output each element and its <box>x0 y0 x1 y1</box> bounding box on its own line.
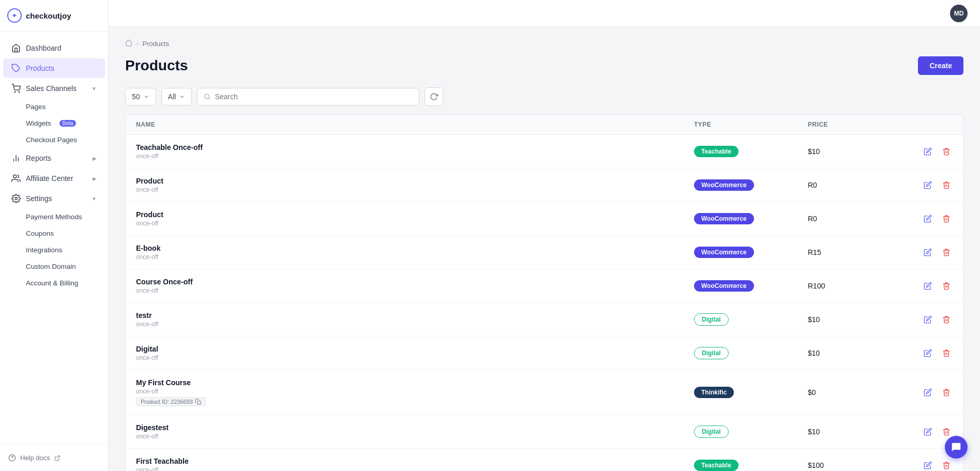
home-icon[interactable] <box>125 39 132 48</box>
edit-button[interactable] <box>922 459 934 471</box>
sidebar-item-custom-domain[interactable]: Custom Domain <box>3 259 105 275</box>
row-actions <box>901 459 953 471</box>
edit-button[interactable] <box>922 347 934 359</box>
product-name-cell: My First Course once-off Product ID: 223… <box>136 378 694 406</box>
table-body: Teachable Once-off once-off Teachable $1… <box>126 135 963 471</box>
table-row: Product once-off WooCommerce R0 <box>126 202 963 236</box>
sidebar-item-widgets[interactable]: Widgets Beta <box>3 115 105 131</box>
delete-button[interactable] <box>940 459 953 471</box>
bar-chart-icon <box>11 154 21 163</box>
refresh-button[interactable] <box>425 87 443 106</box>
chat-bubble[interactable] <box>945 436 968 459</box>
row-actions <box>901 212 953 225</box>
product-name: E-book <box>136 244 694 252</box>
sidebar-item-payment-methods[interactable]: Payment Methods <box>3 209 105 225</box>
sidebar-item-affiliate-center[interactable]: Affiliate Center ▶ <box>3 169 105 188</box>
delete-button[interactable] <box>940 145 953 158</box>
delete-button[interactable] <box>940 347 953 359</box>
type-badge: WooCommerce <box>694 213 754 224</box>
col-price: PRICE <box>808 121 901 128</box>
reports-arrow: ▶ <box>93 156 97 161</box>
product-type-cell: Digital <box>694 426 808 438</box>
edit-button[interactable] <box>922 280 934 292</box>
sidebar-item-sales-channels[interactable]: Sales Channels ▼ <box>3 79 105 98</box>
users-icon <box>11 174 21 183</box>
logo[interactable]: ✦ checkoutjoy <box>0 0 108 32</box>
product-type-cell: Digital <box>694 313 808 326</box>
delete-button[interactable] <box>940 313 953 326</box>
sales-channels-arrow: ▼ <box>92 86 97 92</box>
sidebar-item-pages[interactable]: Pages <box>3 99 105 115</box>
product-type-cell: WooCommerce <box>694 247 808 258</box>
sidebar-item-coupons[interactable]: Coupons <box>3 225 105 241</box>
delete-button[interactable] <box>940 426 953 438</box>
edit-button[interactable] <box>922 179 934 191</box>
row-actions <box>901 386 953 399</box>
search-box[interactable] <box>197 88 419 105</box>
product-name-cell: Teachable Once-off once-off <box>136 143 694 160</box>
svg-rect-13 <box>197 401 201 405</box>
per-page-select[interactable]: 50 <box>125 88 156 105</box>
product-name-cell: Digestest once-off <box>136 423 694 440</box>
delete-button[interactable] <box>940 212 953 225</box>
sidebar-item-account-billing[interactable]: Account & Billing <box>3 275 105 291</box>
product-sub: once-off <box>136 287 694 294</box>
product-type-cell: WooCommerce <box>694 280 808 292</box>
product-type-cell: Teachable <box>694 146 808 157</box>
product-price: R0 <box>808 181 901 189</box>
product-price: $100 <box>808 461 901 469</box>
product-type-cell: WooCommerce <box>694 213 808 224</box>
search-input[interactable] <box>215 93 413 101</box>
sidebar-item-integrations[interactable]: Integrations <box>3 242 105 258</box>
row-actions <box>901 145 953 158</box>
sidebar-item-settings[interactable]: Settings ▼ <box>3 189 105 208</box>
delete-button[interactable] <box>940 386 953 399</box>
product-name-cell: E-book once-off <box>136 244 694 261</box>
user-avatar[interactable]: MD <box>950 5 968 22</box>
sidebar-footer: Help docs <box>0 444 108 471</box>
table-row: First Teachable once-off Teachable $100 <box>126 449 963 471</box>
product-name: My First Course <box>136 378 694 387</box>
edit-button[interactable] <box>922 212 934 225</box>
type-filter-select[interactable]: All <box>161 88 192 105</box>
type-badge: Digital <box>694 347 729 359</box>
shopping-cart-icon <box>11 84 21 93</box>
delete-button[interactable] <box>940 280 953 292</box>
breadcrumb: > Products <box>125 39 963 48</box>
edit-button[interactable] <box>922 313 934 326</box>
delete-button[interactable] <box>940 179 953 191</box>
svg-point-1 <box>14 92 16 93</box>
type-badge: Teachable <box>694 146 738 157</box>
svg-point-11 <box>205 94 209 99</box>
edit-button[interactable] <box>922 386 934 399</box>
product-price: R0 <box>808 215 901 223</box>
sidebar-item-dashboard[interactable]: Dashboard <box>3 38 105 58</box>
product-type-cell: Thinkific <box>694 387 808 398</box>
sidebar-item-checkout-pages[interactable]: Checkout Pages <box>3 132 105 148</box>
product-id-badge[interactable]: Product ID: 2236693 <box>136 397 206 406</box>
product-name: Teachable Once-off <box>136 143 694 151</box>
type-badge: WooCommerce <box>694 280 754 292</box>
sidebar-item-reports[interactable]: Reports ▶ <box>3 148 105 168</box>
help-docs-link[interactable]: Help docs <box>8 451 100 465</box>
row-actions <box>901 426 953 438</box>
edit-button[interactable] <box>922 145 934 158</box>
product-sub: once-off <box>136 253 694 261</box>
create-button[interactable]: Create <box>918 56 963 75</box>
product-name-cell: Product once-off <box>136 210 694 227</box>
svg-point-7 <box>15 197 18 200</box>
type-badge: Digital <box>694 313 729 326</box>
product-price: $10 <box>808 315 901 324</box>
col-type: TYPE <box>694 121 808 128</box>
table-row: Digestest once-off Digital $10 <box>126 415 963 449</box>
sidebar-item-products[interactable]: Products <box>3 58 105 78</box>
product-type-cell: WooCommerce <box>694 179 808 191</box>
product-name-cell: Product once-off <box>136 177 694 193</box>
edit-button[interactable] <box>922 426 934 438</box>
delete-button[interactable] <box>940 246 953 259</box>
copy-icon[interactable] <box>195 399 201 405</box>
product-name-cell: First Teachable once-off <box>136 457 694 471</box>
beta-badge: Beta <box>59 120 77 127</box>
edit-button[interactable] <box>922 246 934 259</box>
product-name: Digital <box>136 345 694 353</box>
